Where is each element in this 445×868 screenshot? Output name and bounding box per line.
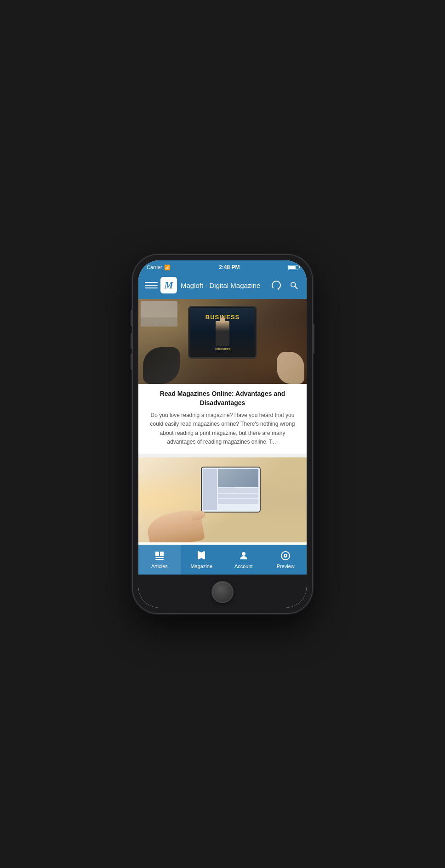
nav-account[interactable]: Account	[222, 545, 265, 575]
article-list[interactable]: BUSINESS Billionaires Read Magazines Onl	[138, 299, 307, 545]
search-icon	[289, 281, 298, 290]
battery-icon	[288, 265, 298, 270]
nav-magazine[interactable]: Magazine	[181, 545, 223, 575]
article-image: BUSINESS Billionaires	[138, 299, 307, 384]
svg-rect-4	[155, 557, 164, 558]
svg-point-6	[242, 552, 245, 556]
logo-letter: M	[164, 279, 173, 291]
article-card[interactable]: BUSINESS Billionaires Read Magazines Onl	[138, 299, 307, 454]
hamburger-menu-button[interactable]	[145, 282, 158, 288]
hand-left-decoration	[143, 347, 180, 384]
keyboard-decoration	[141, 317, 177, 327]
magazine-cover-text: BUSINESS Billionaires	[205, 314, 240, 350]
status-bar: Carrier 📶 2:48 PM	[138, 260, 307, 272]
articles-icon	[153, 549, 166, 562]
status-right	[288, 265, 298, 270]
preview-icon	[279, 549, 292, 562]
home-button[interactable]	[211, 581, 234, 603]
svg-rect-5	[155, 559, 164, 560]
nav-articles[interactable]: Articles	[138, 545, 181, 575]
home-button-area	[138, 575, 307, 608]
wifi-icon: 📶	[164, 265, 171, 271]
refresh-icon	[272, 281, 281, 290]
svg-line-1	[295, 287, 297, 289]
magazine-icon	[195, 549, 208, 562]
hand2-decoration	[145, 508, 205, 542]
status-time: 2:48 PM	[219, 264, 240, 271]
nav-preview-label: Preview	[277, 564, 295, 569]
nav-preview[interactable]: Preview	[265, 545, 307, 575]
app-logo-area: M Magloft - Digital Magazine	[160, 277, 270, 293]
svg-rect-3	[160, 552, 164, 556]
nav-magazine-label: Magazine	[190, 564, 212, 569]
digital-image	[138, 457, 307, 542]
article-body: Read Magazines Online: Advantages and Di…	[138, 384, 307, 454]
tablet2-screen	[202, 468, 260, 512]
article-image	[138, 457, 307, 542]
battery-fill	[289, 266, 296, 269]
account-icon	[237, 549, 250, 562]
t2-sidebar	[203, 469, 217, 510]
svg-rect-2	[155, 552, 159, 556]
phone-screen: Carrier 📶 2:48 PM M Magloft - Digit	[138, 260, 307, 608]
search-button[interactable]	[287, 279, 300, 292]
refresh-button[interactable]	[270, 279, 283, 292]
nav-articles-label: Articles	[151, 564, 168, 569]
business-image: BUSINESS Billionaires	[138, 299, 307, 384]
carrier-name: Carrier	[147, 265, 162, 270]
mag-subtitle: Billionaires	[205, 347, 240, 350]
laptop-decoration	[141, 301, 177, 327]
article-title: Read Magazines Online: Advantages and Di…	[146, 389, 299, 407]
article-card[interactable]: How to Create a Digital Magazine: Steps,…	[138, 457, 307, 545]
app-header: M Magloft - Digital Magazine	[138, 272, 307, 299]
mag-person-figure	[216, 321, 229, 346]
tablet-decoration: BUSINESS Billionaires	[188, 306, 257, 359]
header-actions	[270, 279, 300, 292]
phone-device: Carrier 📶 2:48 PM M Magloft - Digit	[133, 255, 312, 613]
hand-right-decoration	[277, 352, 304, 384]
app-logo: M	[160, 277, 177, 293]
article-excerpt: Do you love reading a magazine? Have you…	[146, 411, 299, 446]
carrier-info: Carrier 📶	[147, 265, 171, 271]
svg-point-9	[285, 555, 286, 557]
bottom-navigation: Articles Magazine Account	[138, 545, 307, 575]
app-title: Magloft - Digital Magazine	[181, 282, 260, 289]
t2-content	[218, 469, 258, 510]
tablet2-decoration	[201, 467, 261, 513]
tablet-screen: BUSINESS Billionaires	[190, 308, 255, 356]
nav-account-label: Account	[234, 564, 253, 569]
